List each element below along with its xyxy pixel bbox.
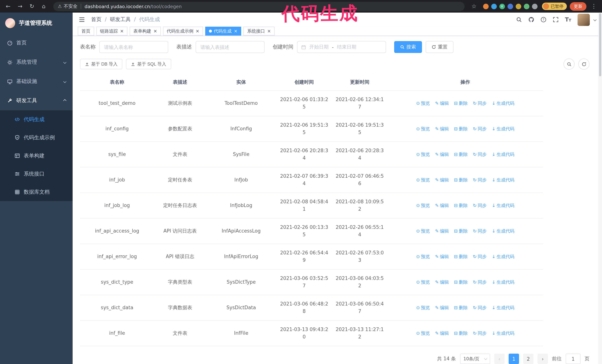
action-edit-link[interactable]: ✎编辑: [435, 151, 449, 158]
action-delete-link[interactable]: ⊟删除: [454, 176, 468, 184]
sidebar-item-system[interactable]: 系统管理: [0, 52, 73, 72]
browser-home-icon[interactable]: ⌂: [39, 3, 48, 10]
github-icon[interactable]: [528, 17, 534, 23]
browser-forward-icon[interactable]: →: [16, 3, 24, 10]
toggle-search-button[interactable]: [563, 59, 575, 70]
page-size-select[interactable]: 10条/页: [460, 354, 490, 364]
action-generate-code-link[interactable]: ↓生成代码: [492, 176, 514, 184]
table-name-input[interactable]: [99, 41, 168, 53]
tab[interactable]: 链路追踪×: [96, 27, 128, 36]
sidebar-item-system-api[interactable]: 系统接口: [0, 165, 73, 183]
action-edit-link[interactable]: ✎编辑: [435, 304, 449, 312]
extension-icon[interactable]: [524, 3, 529, 9]
action-sync-link[interactable]: ↻同步: [473, 304, 487, 312]
scrollbar-thumb[interactable]: [599, 13, 601, 76]
action-sync-link[interactable]: ↻同步: [473, 176, 487, 184]
action-preview-link[interactable]: ⊙预览: [416, 125, 430, 133]
tab-close-icon[interactable]: ×: [234, 29, 237, 33]
sidebar-item-form-builder[interactable]: 表单构建: [0, 147, 73, 165]
table-desc-input[interactable]: [196, 41, 265, 53]
browser-back-icon[interactable]: ←: [4, 3, 13, 10]
avatar-caret-icon[interactable]: [593, 18, 597, 21]
action-delete-link[interactable]: ⊟删除: [454, 125, 468, 133]
action-preview-link[interactable]: ⊙预览: [416, 100, 430, 107]
action-sync-link[interactable]: ↻同步: [473, 227, 487, 235]
action-preview-link[interactable]: ⊙预览: [416, 279, 430, 286]
action-generate-code-link[interactable]: ↓生成代码: [492, 279, 514, 286]
sidebar-item-dev-tools[interactable]: 研发工具: [0, 91, 73, 110]
breadcrumb-home[interactable]: 首页: [91, 16, 101, 23]
prev-page-button[interactable]: ‹: [494, 354, 505, 364]
extension-icon[interactable]: [507, 3, 513, 9]
action-delete-link[interactable]: ⊟删除: [454, 304, 468, 312]
browser-profile-button[interactable]: 已暂停: [542, 3, 567, 10]
extension-icon[interactable]: [483, 3, 488, 9]
action-sync-link[interactable]: ↻同步: [473, 125, 487, 133]
next-page-button[interactable]: ›: [538, 354, 548, 364]
action-generate-code-link[interactable]: ↓生成代码: [492, 227, 514, 235]
reset-button[interactable]: 重置: [426, 41, 453, 53]
tab-close-icon[interactable]: ×: [120, 29, 124, 33]
action-generate-code-link[interactable]: ↓生成代码: [492, 202, 514, 209]
font-size-icon[interactable]: TT: [565, 16, 571, 23]
action-sync-link[interactable]: ↻同步: [473, 100, 487, 107]
action-delete-link[interactable]: ⊟删除: [454, 151, 468, 158]
breadcrumb-dev-tools[interactable]: 研发工具: [101, 16, 130, 23]
import-sql-button[interactable]: 基于 SQL 导入: [126, 59, 171, 69]
refresh-table-button[interactable]: [578, 59, 589, 70]
action-edit-link[interactable]: ✎编辑: [435, 125, 449, 133]
extensions-puzzle-icon[interactable]: [532, 3, 537, 9]
action-sync-link[interactable]: ↻同步: [473, 279, 487, 286]
fullscreen-icon[interactable]: [553, 17, 559, 23]
search-button[interactable]: 搜索: [394, 41, 422, 53]
action-edit-link[interactable]: ✎编辑: [435, 100, 449, 107]
tab-close-icon[interactable]: ×: [267, 29, 271, 33]
action-preview-link[interactable]: ⊙预览: [416, 202, 430, 209]
tab[interactable]: 首页: [78, 27, 94, 36]
tab[interactable]: 系统接口×: [244, 27, 275, 36]
browser-refresh-icon[interactable]: ↻: [27, 3, 36, 10]
action-edit-link[interactable]: ✎编辑: [435, 202, 449, 209]
tab-close-icon[interactable]: ×: [153, 29, 157, 33]
action-sync-link[interactable]: ↻同步: [473, 330, 487, 337]
extension-icon[interactable]: [491, 3, 497, 9]
action-preview-link[interactable]: ⊙预览: [416, 151, 430, 158]
scrollbar[interactable]: [598, 13, 602, 364]
action-edit-link[interactable]: ✎编辑: [435, 227, 449, 235]
action-sync-link[interactable]: ↻同步: [473, 253, 487, 260]
action-generate-code-link[interactable]: ↓生成代码: [492, 100, 514, 107]
browser-menu-icon[interactable]: ⋮: [589, 3, 598, 10]
sidebar-item-infrastructure[interactable]: 基础设施: [0, 72, 73, 91]
tab[interactable]: 代码生成示例×: [163, 27, 203, 36]
user-avatar[interactable]: [578, 13, 590, 26]
tab[interactable]: 表单构建×: [130, 27, 161, 36]
search-icon[interactable]: [516, 17, 522, 23]
action-generate-code-link[interactable]: ↓生成代码: [492, 125, 514, 133]
action-preview-link[interactable]: ⊙预览: [416, 304, 430, 312]
action-generate-code-link[interactable]: ↓生成代码: [492, 330, 514, 337]
action-delete-link[interactable]: ⊟删除: [454, 279, 468, 286]
action-delete-link[interactable]: ⊟删除: [454, 253, 468, 260]
action-preview-link[interactable]: ⊙预览: [416, 176, 430, 184]
sidebar-item-codegen-example[interactable]: 代码生成示例: [0, 128, 73, 147]
page-button-1[interactable]: 1: [509, 354, 519, 364]
extension-icon[interactable]: [516, 3, 521, 9]
help-icon[interactable]: ?: [540, 17, 547, 23]
action-delete-link[interactable]: ⊟删除: [454, 330, 468, 337]
action-generate-code-link[interactable]: ↓生成代码: [492, 253, 514, 260]
goto-page-input[interactable]: [566, 354, 580, 364]
bookmark-star-icon[interactable]: ☆: [470, 3, 478, 10]
action-delete-link[interactable]: ⊟删除: [454, 202, 468, 209]
action-preview-link[interactable]: ⊙预览: [416, 253, 430, 260]
app-logo[interactable]: 芋道管理系统: [0, 13, 73, 33]
address-bar[interactable]: ⚠ 不安全 dashboard.yudao.iocoder.cn/tool/co…: [53, 2, 464, 11]
sidebar-item-home[interactable]: 首页: [0, 33, 73, 52]
action-sync-link[interactable]: ↻同步: [473, 151, 487, 158]
action-delete-link[interactable]: ⊟删除: [454, 227, 468, 235]
sidebar-item-db-docs[interactable]: 数据库文档: [0, 183, 73, 201]
action-preview-link[interactable]: ⊙预览: [416, 227, 430, 235]
action-edit-link[interactable]: ✎编辑: [435, 176, 449, 184]
action-delete-link[interactable]: ⊟删除: [454, 100, 468, 107]
action-edit-link[interactable]: ✎编辑: [435, 330, 449, 337]
action-preview-link[interactable]: ⊙预览: [416, 330, 430, 337]
